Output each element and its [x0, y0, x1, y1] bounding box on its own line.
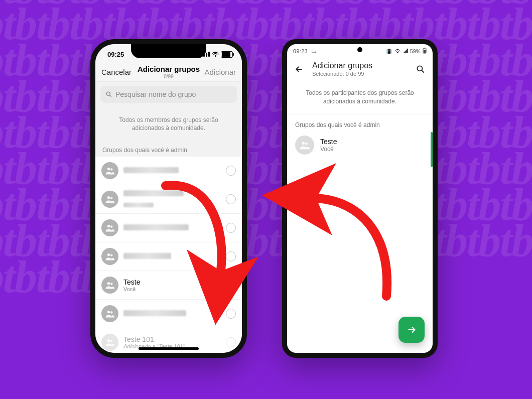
svg-point-13: [110, 311, 112, 313]
svg-point-10: [107, 282, 110, 285]
svg-rect-20: [424, 50, 426, 53]
radio-unchecked[interactable]: [226, 309, 236, 319]
radio-unchecked[interactable]: [226, 251, 236, 261]
svg-line-23: [422, 70, 424, 72]
svg-point-8: [107, 253, 110, 256]
list-item[interactable]: [95, 242, 242, 271]
signal-icon: [403, 48, 408, 54]
svg-line-1: [110, 95, 111, 96]
svg-point-11: [110, 283, 112, 285]
background-watermark: [0, 0, 532, 399]
radio-unchecked[interactable]: [226, 223, 236, 233]
iphone-frame: 09:25 Cancelar Adicionar grupos 0/99 Adi…: [90, 39, 247, 358]
android-punch-hole: [357, 47, 362, 52]
group-avatar-icon: [101, 248, 118, 265]
group-name: Teste: [320, 138, 337, 146]
svg-rect-21: [424, 48, 425, 49]
group-avatar-icon: [101, 277, 118, 294]
ios-nav-bar: Cancelar Adicionar grupos 0/99 Adicionar: [95, 62, 242, 82]
search-input[interactable]: Pesquisar nome do grupo: [100, 86, 237, 103]
svg-point-7: [110, 225, 112, 227]
list-item[interactable]: [95, 157, 242, 185]
radio-disabled: [226, 337, 236, 347]
group-subtitle: Você: [123, 286, 221, 292]
search-icon: [105, 91, 112, 98]
svg-point-6: [107, 225, 110, 227]
list-item[interactable]: [95, 185, 242, 214]
group-avatar-icon: [101, 219, 118, 236]
group-name: Teste 101: [123, 335, 221, 343]
group-name: Teste: [123, 278, 221, 286]
svg-point-3: [110, 168, 112, 170]
vibrate-icon: 📳: [386, 49, 392, 54]
svg-point-4: [107, 196, 110, 199]
confirm-fab[interactable]: [398, 317, 425, 343]
iphone-notch: [131, 44, 206, 58]
radio-unchecked[interactable]: [226, 194, 236, 204]
ios-section-header: Grupos dos quais você é admin: [95, 143, 242, 157]
list-item[interactable]: [95, 214, 242, 242]
android-info-banner: Todos os participantes dos grupos serão …: [287, 82, 433, 114]
home-indicator: [139, 347, 199, 350]
svg-point-5: [110, 197, 112, 199]
list-item[interactable]: [95, 300, 242, 328]
search-button[interactable]: [415, 63, 427, 75]
radio-unchecked[interactable]: [226, 166, 236, 176]
svg-point-9: [110, 254, 112, 256]
back-button[interactable]: [293, 63, 305, 75]
ios-info-banner: Todos os membros dos grupos serão adicio…: [95, 107, 242, 143]
android-subtitle: Selecionado: 0 de 99: [312, 71, 408, 77]
search-placeholder: Pesquisar nome do grupo: [115, 90, 196, 98]
wifi-icon: [212, 52, 219, 57]
group-avatar-icon: [295, 136, 314, 155]
ios-nav-counter: 0/99: [138, 74, 200, 79]
ios-group-list: Teste Você Teste 101 Adic: [95, 157, 242, 353]
android-header: Adicionar grupos Selecionado: 0 de 99: [287, 57, 433, 82]
battery-icon: [221, 51, 233, 58]
android-list-item-teste[interactable]: Teste Você: [287, 132, 433, 158]
group-subtitle: Você: [320, 146, 337, 153]
add-button[interactable]: Adicionar: [201, 68, 236, 76]
group-avatar-icon: [101, 334, 118, 351]
ios-nav-title: Adicionar grupos: [138, 65, 200, 74]
edge-indicator: [431, 132, 433, 167]
svg-point-12: [107, 311, 110, 313]
android-status-time: 09:23: [293, 48, 308, 54]
svg-point-25: [305, 142, 308, 145]
notification-icon: ▭: [311, 48, 316, 54]
svg-point-14: [107, 339, 110, 342]
group-avatar-icon: [101, 191, 118, 208]
android-title: Adicionar grupos: [312, 61, 408, 70]
list-item-teste[interactable]: Teste Você: [95, 271, 242, 300]
svg-point-22: [417, 66, 422, 71]
group-avatar-icon: [101, 162, 118, 179]
svg-point-15: [110, 340, 112, 342]
battery-icon: [423, 48, 427, 55]
android-section-header: Grupos dos quais você é admin: [287, 114, 433, 132]
battery-percent: 59%: [410, 49, 421, 54]
cancel-button[interactable]: Cancelar: [101, 68, 137, 76]
group-avatar-icon: [101, 305, 118, 322]
svg-point-2: [107, 168, 110, 170]
android-frame: 09:23 ▭ 📳 59% Adicionar grupos: [282, 39, 438, 358]
wifi-icon: [394, 49, 400, 53]
ios-status-time: 09:25: [107, 51, 124, 58]
svg-point-24: [302, 142, 305, 145]
radio-unchecked[interactable]: [226, 280, 236, 290]
svg-point-0: [106, 92, 110, 95]
